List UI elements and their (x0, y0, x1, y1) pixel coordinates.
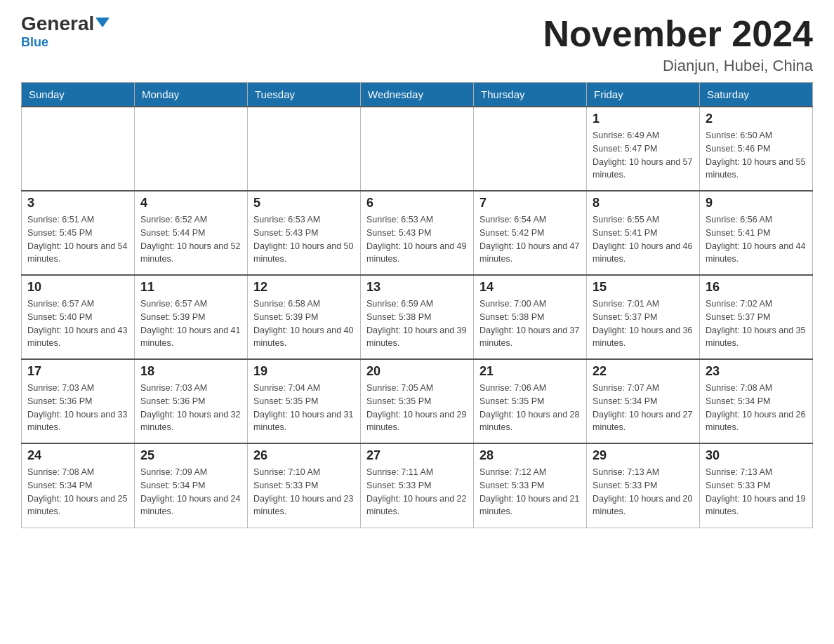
logo: General Blue (21, 14, 110, 50)
day-info: Sunrise: 7:08 AMSunset: 5:34 PMDaylight:… (706, 382, 807, 434)
day-info: Sunrise: 7:01 AMSunset: 5:37 PMDaylight:… (593, 297, 694, 350)
week-row-2: 3Sunrise: 6:51 AMSunset: 5:45 PMDaylight… (22, 191, 813, 275)
calendar-header-tuesday: Tuesday (248, 83, 361, 107)
day-info: Sunrise: 7:13 AMSunset: 5:33 PMDaylight:… (593, 466, 694, 518)
day-info: Sunrise: 6:49 AMSunset: 5:47 PMDaylight:… (593, 129, 694, 182)
day-info: Sunrise: 6:54 AMSunset: 5:42 PMDaylight:… (479, 213, 581, 266)
day-number: 24 (27, 448, 128, 463)
day-info: Sunrise: 7:02 AMSunset: 5:37 PMDaylight:… (706, 297, 807, 350)
day-info: Sunrise: 6:57 AMSunset: 5:40 PMDaylight:… (27, 297, 128, 350)
calendar-cell: 22Sunrise: 7:07 AMSunset: 5:34 PMDayligh… (587, 359, 700, 443)
day-info: Sunrise: 6:51 AMSunset: 5:45 PMDaylight:… (27, 213, 128, 266)
calendar-cell: 10Sunrise: 6:57 AMSunset: 5:40 PMDayligh… (22, 275, 135, 359)
calendar-cell: 6Sunrise: 6:53 AMSunset: 5:43 PMDaylight… (361, 191, 474, 275)
day-number: 4 (140, 196, 241, 210)
calendar-header-sunday: Sunday (22, 83, 135, 107)
day-info: Sunrise: 7:08 AMSunset: 5:34 PMDaylight:… (27, 466, 128, 518)
day-info: Sunrise: 7:03 AMSunset: 5:36 PMDaylight:… (27, 382, 128, 434)
day-info: Sunrise: 7:11 AMSunset: 5:33 PMDaylight:… (366, 466, 468, 518)
calendar-cell: 11Sunrise: 6:57 AMSunset: 5:39 PMDayligh… (135, 275, 248, 359)
day-number: 30 (706, 448, 807, 463)
calendar-table: SundayMondayTuesdayWednesdayThursdayFrid… (21, 82, 813, 528)
calendar-cell: 25Sunrise: 7:09 AMSunset: 5:34 PMDayligh… (135, 443, 248, 528)
day-number: 26 (253, 448, 355, 463)
calendar-cell: 2Sunrise: 6:50 AMSunset: 5:46 PMDaylight… (700, 107, 813, 191)
day-info: Sunrise: 7:10 AMSunset: 5:33 PMDaylight:… (253, 466, 355, 518)
calendar-cell (22, 107, 135, 191)
calendar-cell (474, 107, 587, 191)
day-number: 25 (140, 448, 241, 463)
logo-subtitle: Blue (21, 35, 48, 50)
calendar-cell: 26Sunrise: 7:10 AMSunset: 5:33 PMDayligh… (248, 443, 361, 528)
day-info: Sunrise: 7:00 AMSunset: 5:38 PMDaylight:… (479, 297, 581, 350)
week-row-5: 24Sunrise: 7:08 AMSunset: 5:34 PMDayligh… (22, 443, 813, 528)
day-number: 10 (27, 280, 128, 295)
calendar-cell (361, 107, 474, 191)
day-number: 22 (593, 364, 694, 379)
day-info: Sunrise: 6:52 AMSunset: 5:44 PMDaylight:… (140, 213, 241, 266)
day-info: Sunrise: 6:53 AMSunset: 5:43 PMDaylight:… (253, 213, 355, 266)
calendar-cell: 8Sunrise: 6:55 AMSunset: 5:41 PMDaylight… (587, 191, 700, 275)
day-number: 17 (27, 364, 128, 379)
calendar-cell: 17Sunrise: 7:03 AMSunset: 5:36 PMDayligh… (22, 359, 135, 443)
week-row-4: 17Sunrise: 7:03 AMSunset: 5:36 PMDayligh… (22, 359, 813, 443)
calendar-cell: 4Sunrise: 6:52 AMSunset: 5:44 PMDaylight… (135, 191, 248, 275)
day-number: 19 (253, 364, 355, 379)
location-title: Dianjun, Hubei, China (543, 57, 813, 75)
day-number: 15 (593, 280, 694, 295)
calendar-cell (248, 107, 361, 191)
day-info: Sunrise: 7:09 AMSunset: 5:34 PMDaylight:… (140, 466, 241, 518)
logo-text: General (21, 14, 110, 34)
day-number: 21 (479, 364, 581, 379)
title-section: November 2024 Dianjun, Hubei, China (543, 14, 813, 75)
calendar-cell: 30Sunrise: 7:13 AMSunset: 5:33 PMDayligh… (700, 443, 813, 528)
calendar-header-saturday: Saturday (700, 83, 813, 107)
day-number: 9 (706, 196, 807, 210)
calendar-header-monday: Monday (135, 83, 248, 107)
calendar-header-friday: Friday (587, 83, 700, 107)
calendar-cell: 18Sunrise: 7:03 AMSunset: 5:36 PMDayligh… (135, 359, 248, 443)
calendar-header-wednesday: Wednesday (361, 83, 474, 107)
day-number: 7 (479, 196, 581, 210)
day-number: 5 (253, 196, 355, 210)
calendar-cell: 24Sunrise: 7:08 AMSunset: 5:34 PMDayligh… (22, 443, 135, 528)
page-header: General Blue November 2024 Dianjun, Hube… (21, 14, 813, 75)
day-number: 13 (366, 280, 468, 295)
day-number: 16 (706, 280, 807, 295)
day-info: Sunrise: 7:13 AMSunset: 5:33 PMDaylight:… (706, 466, 807, 518)
day-number: 6 (366, 196, 468, 210)
day-info: Sunrise: 6:55 AMSunset: 5:41 PMDaylight:… (593, 213, 694, 266)
calendar-cell: 12Sunrise: 6:58 AMSunset: 5:39 PMDayligh… (248, 275, 361, 359)
week-row-3: 10Sunrise: 6:57 AMSunset: 5:40 PMDayligh… (22, 275, 813, 359)
day-info: Sunrise: 7:04 AMSunset: 5:35 PMDaylight:… (253, 382, 355, 434)
day-info: Sunrise: 6:56 AMSunset: 5:41 PMDaylight:… (706, 213, 807, 266)
day-number: 28 (479, 448, 581, 463)
day-info: Sunrise: 6:59 AMSunset: 5:38 PMDaylight:… (366, 297, 468, 350)
calendar-cell: 13Sunrise: 6:59 AMSunset: 5:38 PMDayligh… (361, 275, 474, 359)
calendar-cell: 5Sunrise: 6:53 AMSunset: 5:43 PMDaylight… (248, 191, 361, 275)
day-number: 23 (706, 364, 807, 379)
day-number: 29 (593, 448, 694, 463)
calendar-cell: 23Sunrise: 7:08 AMSunset: 5:34 PMDayligh… (700, 359, 813, 443)
day-info: Sunrise: 6:53 AMSunset: 5:43 PMDaylight:… (366, 213, 468, 266)
logo-triangle-icon (95, 18, 110, 27)
day-info: Sunrise: 7:06 AMSunset: 5:35 PMDaylight:… (479, 382, 581, 434)
day-number: 8 (593, 196, 694, 210)
calendar-cell: 28Sunrise: 7:12 AMSunset: 5:33 PMDayligh… (474, 443, 587, 528)
day-number: 18 (140, 364, 241, 379)
calendar-cell: 9Sunrise: 6:56 AMSunset: 5:41 PMDaylight… (700, 191, 813, 275)
day-number: 2 (706, 112, 807, 126)
day-number: 11 (140, 280, 241, 295)
calendar-cell: 16Sunrise: 7:02 AMSunset: 5:37 PMDayligh… (700, 275, 813, 359)
day-number: 12 (253, 280, 355, 295)
calendar-cell: 1Sunrise: 6:49 AMSunset: 5:47 PMDaylight… (587, 107, 700, 191)
day-info: Sunrise: 7:07 AMSunset: 5:34 PMDaylight:… (593, 382, 694, 434)
day-number: 20 (366, 364, 468, 379)
calendar-cell: 21Sunrise: 7:06 AMSunset: 5:35 PMDayligh… (474, 359, 587, 443)
day-info: Sunrise: 6:50 AMSunset: 5:46 PMDaylight:… (706, 129, 807, 182)
calendar-cell: 29Sunrise: 7:13 AMSunset: 5:33 PMDayligh… (587, 443, 700, 528)
calendar-header-row: SundayMondayTuesdayWednesdayThursdayFrid… (22, 83, 813, 107)
calendar-cell: 15Sunrise: 7:01 AMSunset: 5:37 PMDayligh… (587, 275, 700, 359)
week-row-1: 1Sunrise: 6:49 AMSunset: 5:47 PMDaylight… (22, 107, 813, 191)
calendar-cell: 7Sunrise: 6:54 AMSunset: 5:42 PMDaylight… (474, 191, 587, 275)
